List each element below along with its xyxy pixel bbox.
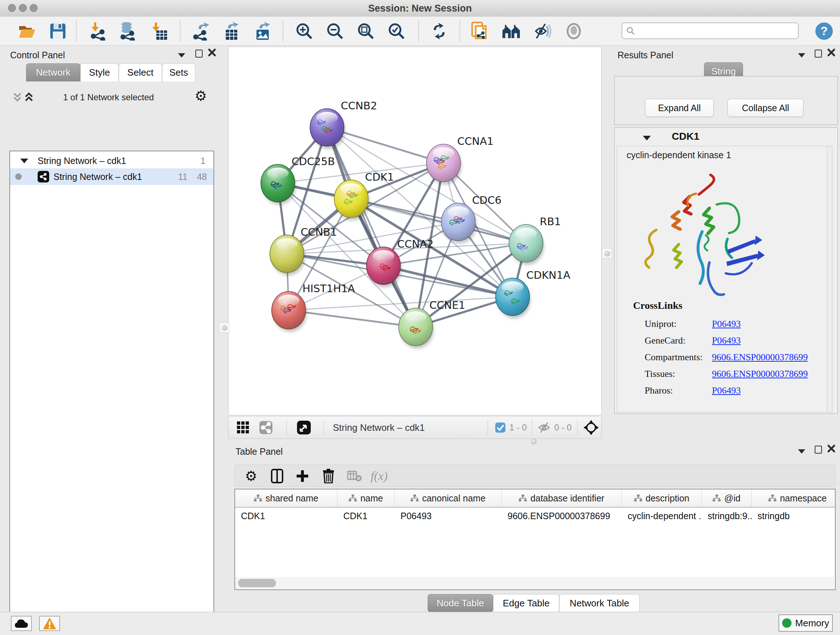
tab-style[interactable]: Style: [80, 63, 118, 81]
panel-float-icon[interactable]: [815, 446, 822, 454]
network-collection-row[interactable]: String Network – cdk1 1: [10, 153, 213, 168]
collapse-all-button[interactable]: Collapse All: [728, 99, 804, 117]
toolbar-separator: [459, 20, 460, 41]
column-header-namespace[interactable]: namespace: [752, 489, 836, 507]
tab-sets[interactable]: Sets: [162, 63, 195, 81]
network-overview-icon[interactable]: [259, 417, 273, 439]
tab-network-table[interactable]: Network Table: [559, 594, 639, 612]
tab-network[interactable]: Network: [26, 63, 80, 81]
panel-float-icon[interactable]: [815, 50, 822, 57]
column-header-canonical-name[interactable]: canonical name: [395, 489, 502, 507]
tab-node-table[interactable]: Node Table: [428, 594, 493, 612]
export-image-icon[interactable]: [253, 21, 272, 41]
network-node-CCNE1[interactable]: CCNE1: [399, 299, 465, 348]
left-splitter-handle[interactable]: [219, 323, 229, 333]
import-network-file-icon[interactable]: [88, 21, 107, 41]
node-table: shared namenamecanonical namedatabase id…: [234, 489, 836, 590]
network-node-CCNA1[interactable]: CCNA1: [426, 135, 493, 185]
table-cell[interactable]: P06493: [395, 508, 502, 524]
table-cell[interactable]: 9606.ENSP00000378699: [502, 508, 622, 524]
table-row[interactable]: CDK1CDK1P064939606.ENSP00000378699cyclin…: [235, 508, 836, 524]
crosslink-value-link[interactable]: 9606.ENSP00000378699: [712, 369, 808, 379]
add-column-icon[interactable]: [293, 467, 312, 485]
hidden-eye-icon[interactable]: [538, 417, 551, 439]
tab-select[interactable]: Select: [118, 63, 162, 81]
duplicate-network-icon[interactable]: [470, 21, 489, 41]
network-node-CCNB2[interactable]: CCNB2: [310, 100, 377, 149]
crosslink-value-link[interactable]: 9606.ENSP00000378699: [712, 352, 808, 363]
crosslink-row: Compartments:9606.ENSP00000378699: [645, 349, 826, 366]
gear-icon[interactable]: ⚙: [195, 88, 207, 104]
show-columns-icon[interactable]: [267, 467, 287, 485]
node-label-CDC25B: CDC25B: [292, 155, 335, 168]
export-table-icon[interactable]: [223, 21, 241, 41]
protein-structure-image: [635, 166, 766, 301]
refresh-icon[interactable]: [430, 21, 448, 41]
help-icon[interactable]: ?: [815, 21, 834, 41]
network-node-CDC6[interactable]: CDC6: [441, 194, 501, 244]
network-node-CDKN1A[interactable]: CDKN1A: [496, 269, 570, 318]
gear-icon[interactable]: ⚙: [241, 467, 261, 485]
crosslink-row: Tissues:9606.ENSP00000378699: [645, 366, 826, 382]
network-edge[interactable]: [327, 127, 416, 327]
results-scrollbar[interactable]: [827, 146, 832, 412]
zoom-selected-icon[interactable]: [387, 21, 406, 41]
grid-view-icon[interactable]: [237, 417, 249, 439]
zoom-in-icon[interactable]: [295, 21, 314, 41]
collapse-triangle-icon[interactable]: [20, 158, 28, 163]
expand-all-chevron-icon[interactable]: [24, 92, 34, 104]
search-input[interactable]: [635, 24, 798, 38]
save-session-icon[interactable]: [49, 21, 67, 41]
network-node-CDC25B[interactable]: CDC25B: [261, 155, 335, 205]
home-pages-icon[interactable]: [502, 21, 521, 41]
table-hscrollbar[interactable]: [235, 577, 834, 589]
panel-close-icon[interactable]: [827, 48, 836, 58]
import-table-file-icon[interactable]: [150, 21, 169, 41]
crosslink-value-link[interactable]: P06493: [712, 318, 741, 329]
panel-close-icon[interactable]: [208, 48, 216, 58]
hide-panel-eye-icon[interactable]: [533, 21, 552, 41]
zoom-fit-icon[interactable]: [356, 21, 375, 41]
table-cell[interactable]: stringdb:9...: [702, 508, 752, 524]
table-cell[interactable]: CDK1: [235, 508, 338, 524]
warning-status-button[interactable]: [39, 616, 60, 631]
panel-float-icon[interactable]: [195, 50, 202, 57]
birdseye-navigator-icon[interactable]: [583, 417, 599, 439]
column-header--id[interactable]: @id: [702, 489, 752, 507]
crosslink-value-link[interactable]: P06493: [712, 335, 741, 346]
panel-menu-icon[interactable]: [798, 449, 805, 454]
column-header-description[interactable]: description: [622, 489, 702, 507]
column-type-icon: [411, 494, 418, 502]
import-network-database-icon[interactable]: [118, 21, 137, 41]
delete-column-icon[interactable]: [319, 467, 338, 485]
detach-view-icon[interactable]: [297, 417, 311, 439]
collapse-all-chevron-icon[interactable]: [12, 92, 22, 104]
tab-edge-table[interactable]: Edge Table: [493, 594, 559, 612]
crosslink-value-link[interactable]: P06493: [712, 385, 741, 396]
gene-description: cyclin-dependent kinase 1: [627, 150, 731, 160]
network-node-RB1[interactable]: RB1: [509, 215, 561, 265]
zoom-out-icon[interactable]: [325, 21, 344, 41]
table-cell[interactable]: stringdb: [752, 508, 836, 524]
export-network-icon[interactable]: [192, 21, 210, 41]
column-header-name[interactable]: name: [338, 489, 395, 507]
expand-all-button[interactable]: Expand All: [645, 99, 714, 117]
selected-checkbox-icon[interactable]: [495, 417, 506, 439]
table-cell[interactable]: CDK1: [338, 508, 395, 524]
table-hscrollbar-thumb[interactable]: [238, 579, 276, 587]
network-edge[interactable]: [289, 310, 416, 327]
column-header-database-identifier[interactable]: database identifier: [502, 489, 622, 507]
section-collapse-triangle-icon[interactable]: [643, 136, 651, 141]
memory-button[interactable]: Memory: [778, 614, 833, 632]
table-cell[interactable]: cyclin-dependent ...: [622, 508, 702, 524]
open-session-icon[interactable]: [18, 21, 36, 41]
panel-menu-icon[interactable]: [798, 53, 805, 57]
network-row[interactable]: String Network – cdk1 11 48: [10, 168, 213, 185]
show-panel-eye-icon[interactable]: [564, 21, 583, 41]
panel-menu-icon[interactable]: [178, 53, 185, 57]
cloud-status-button[interactable]: [11, 616, 32, 631]
column-header-shared-name[interactable]: shared name: [235, 489, 338, 507]
network-node-CCNB1[interactable]: CCNB1: [270, 226, 337, 276]
network-canvas[interactable]: CCNB2CCNA1CDC25BCDK1CDC6RB1CCNB1CCNA2CDK…: [228, 47, 602, 415]
panel-close-icon[interactable]: [827, 444, 836, 454]
